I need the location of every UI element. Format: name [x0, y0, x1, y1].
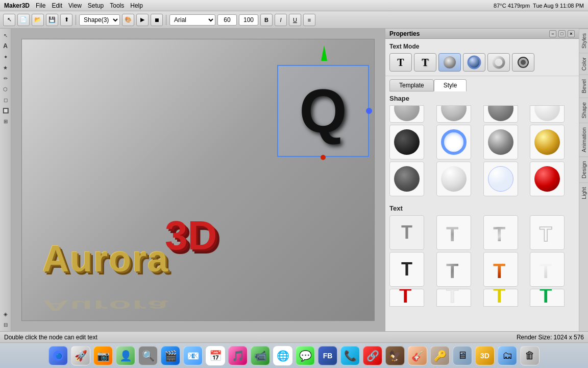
shape-item-silver[interactable]	[483, 125, 518, 159]
toolbar-btn-stop[interactable]: ⏹	[151, 14, 163, 26]
dock-icon-finder[interactable]: 🔵	[48, 346, 68, 365]
mode-btn-ring[interactable]	[487, 53, 510, 72]
mode-btn-ring2[interactable]	[512, 53, 534, 72]
dock-icon-screen[interactable]: 🖥	[453, 346, 472, 365]
left-tool-5[interactable]: ✏	[1, 74, 10, 83]
dock-icon-folders[interactable]: 🗂	[498, 346, 517, 365]
dock-icon-transmission[interactable]: 🔗	[363, 346, 382, 365]
dock-icon-photos[interactable]: 📷	[93, 346, 113, 365]
dock-icon-itunes[interactable]: 🎵	[228, 346, 248, 365]
text-item-light[interactable]: T	[530, 252, 565, 287]
shape-item-glass[interactable]	[483, 162, 518, 196]
toolbar-btn-arrow[interactable]: ↖	[3, 14, 15, 26]
dock-icon-eagle[interactable]: 🦅	[385, 346, 405, 365]
right-tab-design[interactable]: Design	[579, 156, 588, 182]
right-tab-animation[interactable]: Animation	[579, 123, 588, 156]
shape-item-dark-gray[interactable]	[389, 162, 424, 196]
toolbar-btn-underline[interactable]: U	[289, 14, 301, 26]
mode-btn-sphere2[interactable]	[463, 53, 485, 72]
dock-icon-quicktime[interactable]: 🎬	[161, 346, 180, 365]
text-item-red2[interactable]: T	[389, 289, 424, 307]
toolbar-btn-align[interactable]: ≡	[303, 14, 315, 26]
toolbar-btn-open[interactable]: 📂	[32, 14, 44, 26]
shape-item-white-shiny[interactable]	[436, 162, 471, 196]
right-tab-shape[interactable]: Shape	[579, 98, 588, 123]
toolbar-btn-italic[interactable]: I	[275, 14, 287, 26]
left-tool-8[interactable]: 🔲	[1, 106, 10, 115]
shape-partial-3[interactable]	[483, 105, 518, 123]
left-tool-7[interactable]: ◻	[1, 95, 10, 104]
right-tab-color[interactable]: Color	[579, 53, 588, 75]
tab-style[interactable]: Style	[434, 79, 467, 91]
text-item-white2[interactable]: T	[436, 289, 471, 307]
toolbar-btn-new[interactable]: 📄	[17, 14, 30, 26]
dock-icon-skype[interactable]: 📞	[340, 346, 360, 365]
left-tool-text[interactable]: A	[1, 41, 10, 51]
q-shape-box[interactable]: Q	[277, 65, 369, 157]
menu-help[interactable]: Help	[130, 2, 143, 9]
shape-item-black[interactable]	[389, 125, 424, 159]
shape-partial-1[interactable]	[389, 105, 424, 123]
font-size-input[interactable]	[217, 14, 237, 26]
dock-icon-guitar[interactable]: 🎸	[408, 346, 427, 365]
text-item-orange[interactable]: T	[483, 252, 518, 287]
handle-dot[interactable]	[366, 108, 372, 114]
right-tab-styles[interactable]: Styles	[579, 29, 588, 53]
toolbar-btn-color[interactable]: 🎨	[122, 14, 134, 26]
text-item-silver[interactable]: T	[436, 215, 471, 250]
shape-item-gold[interactable]	[530, 125, 565, 159]
text-item-chrome[interactable]: T	[483, 215, 518, 250]
font-select[interactable]: Arial	[169, 14, 215, 26]
text-item-black[interactable]: T	[389, 252, 424, 287]
menu-file[interactable]: File	[36, 2, 45, 9]
panel-maximize-btn[interactable]: □	[558, 30, 566, 37]
toolbar-btn-play[interactable]: ▶	[136, 14, 149, 26]
text-item-steel[interactable]: T	[436, 252, 471, 287]
left-tool-6[interactable]: ⬡	[1, 84, 10, 94]
dock-icon-contacts[interactable]: 👤	[116, 346, 135, 365]
dock-icon-trash[interactable]: 🗑	[520, 346, 540, 365]
shape-select[interactable]: Shape(3)	[79, 14, 120, 26]
menu-view[interactable]: View	[68, 2, 82, 9]
toolbar-btn-bold[interactable]: B	[260, 14, 273, 26]
left-tool-4[interactable]: ★	[1, 63, 10, 72]
dock-icon-launchpad[interactable]: 🚀	[71, 346, 90, 365]
mode-btn-bevel[interactable]: T	[414, 53, 436, 72]
left-tool-bottom2[interactable]: ⊟	[1, 320, 10, 329]
panel-close-btn[interactable]: ×	[568, 30, 575, 37]
text-item-green2[interactable]: T	[530, 289, 565, 307]
shape-partial-2[interactable]	[436, 105, 471, 123]
dock-icon-calendar[interactable]: 📅	[206, 346, 225, 365]
dock-icon-fb[interactable]: FB	[318, 346, 337, 365]
toolbar-btn-export[interactable]: ⬆	[60, 14, 72, 26]
left-tool-bottom1[interactable]: ◈	[1, 309, 10, 318]
shape-item-blue-ring[interactable]	[436, 125, 471, 159]
left-tool-9[interactable]: ⊞	[1, 117, 10, 126]
right-tab-light[interactable]: Light	[579, 182, 588, 203]
dock-icon-facetime[interactable]: 📹	[251, 346, 270, 365]
dock-icon-spotlight[interactable]: 🔍	[138, 346, 158, 365]
toolbar-btn-save[interactable]: 💾	[46, 14, 58, 26]
shape-partial-4[interactable]	[530, 105, 565, 123]
text-item-outline[interactable]: T	[530, 215, 565, 250]
dock-icon-safari[interactable]: 🌐	[273, 346, 292, 365]
dock-icon-messages[interactable]: 💬	[296, 346, 315, 365]
text-item-plain[interactable]: T	[389, 215, 424, 250]
menu-edit[interactable]: Edit	[52, 2, 62, 9]
right-tab-bevel[interactable]: Bevel	[579, 75, 588, 98]
left-tool-select[interactable]: ↖	[1, 31, 10, 40]
canvas-area[interactable]: Aurora 3D Aurora Q	[11, 29, 385, 331]
dock-icon-keychain[interactable]: 🔑	[430, 346, 450, 365]
menu-tools[interactable]: Tools	[110, 2, 124, 9]
panel-minimize-btn[interactable]: –	[549, 30, 556, 37]
text-item-yellow2[interactable]: T	[483, 289, 518, 307]
menu-setup[interactable]: Setup	[88, 2, 104, 9]
left-tool-3[interactable]: ✦	[1, 52, 10, 61]
font-scale-input[interactable]	[239, 14, 258, 26]
mode-btn-sphere[interactable]	[438, 53, 461, 72]
handle-dot-bottom[interactable]	[321, 155, 326, 160]
shape-item-red[interactable]	[530, 162, 565, 196]
tab-template[interactable]: Template	[389, 79, 434, 91]
mode-btn-flat[interactable]: T	[389, 53, 412, 72]
dock-icon-mail[interactable]: 📧	[183, 346, 203, 365]
